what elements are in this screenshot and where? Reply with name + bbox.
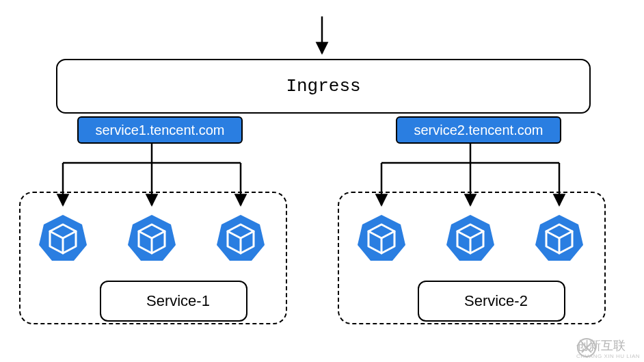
host-tag-service1: service1.tencent.com — [77, 116, 243, 144]
ingress-label: Ingress — [286, 76, 360, 96]
watermark-logo-icon — [576, 337, 597, 358]
service-label: Service-2 — [464, 292, 528, 310]
host-label: service1.tencent.com — [96, 122, 225, 138]
host-tag-service2: service2.tencent.com — [396, 116, 561, 144]
service1-box: Service-1 — [100, 281, 247, 322]
service2-box: Service-2 — [418, 281, 565, 322]
service-label: Service-1 — [146, 292, 210, 310]
ingress-box: Ingress — [56, 59, 591, 114]
host-label: service2.tencent.com — [414, 122, 544, 138]
watermark: 创新互联 CHUANG XIN HU LIAN — [576, 337, 640, 359]
